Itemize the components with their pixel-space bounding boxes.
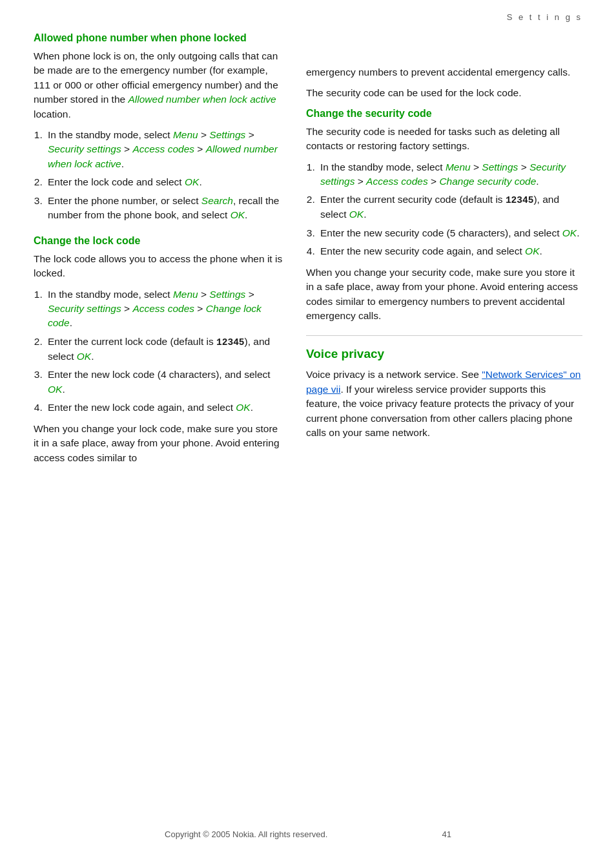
section-allowed-title: Allowed phone number when phone locked [34, 32, 285, 45]
content-area: Allowed phone number when phone locked W… [0, 24, 616, 477]
ok-link5: OK [236, 402, 250, 413]
ok-link2: OK [231, 209, 245, 220]
list-item: Enter the new lock code again, and selec… [45, 401, 285, 415]
list-item: In the standby mode, select Menu > Setti… [318, 160, 582, 189]
list-item: Enter the new lock code (4 characters), … [45, 368, 285, 397]
section-change-lock-steps: In the standby mode, select Menu > Setti… [45, 287, 285, 415]
list-item: Enter the phone number, or select Search… [45, 194, 285, 223]
menu-link2: Menu [173, 289, 198, 300]
access-codes-link3: Access codes [366, 176, 428, 187]
list-item: Enter the new security code (5 character… [318, 226, 582, 240]
settings-link2: Settings [209, 289, 245, 300]
security-settings-link: Security settings [48, 143, 121, 154]
ok-link7: OK [562, 227, 577, 238]
right-column: emergency numbers to prevent accidental … [306, 32, 582, 477]
list-item: In the standby mode, select Menu > Setti… [45, 287, 285, 331]
footer-copyright: Copyright © 2005 Nokia. All rights reser… [165, 829, 327, 839]
section-voice-body: Voice privacy is a network service. See … [306, 368, 582, 440]
section-change-security: Change the security code The security co… [306, 107, 582, 324]
italic-link-allowed: Allowed number when lock active [128, 94, 276, 105]
default-code: 12345 [216, 337, 245, 348]
ok-link: OK [185, 176, 199, 187]
default-security-code: 12345 [506, 195, 534, 205]
settings-link3: Settings [482, 161, 518, 172]
page-header: S e t t i n g s [0, 0, 616, 24]
menu-link: Menu [173, 129, 198, 140]
security-code-note: The security code can be used for the lo… [306, 86, 582, 100]
footer-page-number: 41 [442, 829, 451, 839]
section-voice-title: Voice privacy [306, 345, 582, 363]
section-change-lock-after: When you change your lock code, make sur… [34, 422, 285, 465]
page-footer: Copyright © 2005 Nokia. All rights reser… [0, 829, 616, 841]
section-allowed-body: When phone lock is on, the only outgoing… [34, 49, 285, 121]
menu-link3: Menu [446, 161, 471, 172]
ok-link8: OK [525, 245, 539, 256]
section-divider [306, 335, 582, 336]
list-item: Enter the current lock code (default is … [45, 335, 285, 364]
section-change-security-title: Change the security code [306, 107, 582, 121]
section-allowed-phone: Allowed phone number when phone locked W… [34, 32, 285, 223]
search-link: Search [201, 195, 233, 206]
section-change-security-after: When you change your security code, make… [306, 266, 582, 324]
list-item: Enter the current security code (default… [318, 193, 582, 222]
access-codes-link2: Access codes [132, 303, 194, 314]
left-column: Allowed phone number when phone locked W… [34, 32, 285, 477]
list-item: In the standby mode, select Menu > Setti… [45, 128, 285, 171]
list-item: Enter the lock code and select OK. [45, 175, 285, 189]
ok-link3: OK [77, 351, 91, 362]
list-item: Enter the new security code again, and s… [318, 244, 582, 258]
settings-link: Settings [209, 129, 245, 140]
section-allowed-steps: In the standby mode, select Menu > Setti… [45, 128, 285, 223]
header-text: S e t t i n g s [507, 12, 582, 22]
change-security-link: Change security code [439, 176, 536, 187]
section-change-lock: Change the lock code The lock code allow… [34, 234, 285, 465]
section-change-security-body: The security code is needed for tasks su… [306, 125, 582, 154]
continued-text: emergency numbers to prevent accidental … [306, 65, 582, 79]
access-codes-link: Access codes [132, 143, 194, 154]
section-voice-privacy: Voice privacy Voice privacy is a network… [306, 345, 582, 441]
section-change-security-steps: In the standby mode, select Menu > Setti… [318, 160, 582, 259]
security-settings-link2: Security settings [48, 303, 121, 314]
ok-link6: OK [349, 209, 364, 220]
section-change-lock-body: The lock code allows you to access the p… [34, 252, 285, 281]
section-change-lock-title: Change the lock code [34, 234, 285, 248]
ok-link4: OK [48, 384, 62, 395]
